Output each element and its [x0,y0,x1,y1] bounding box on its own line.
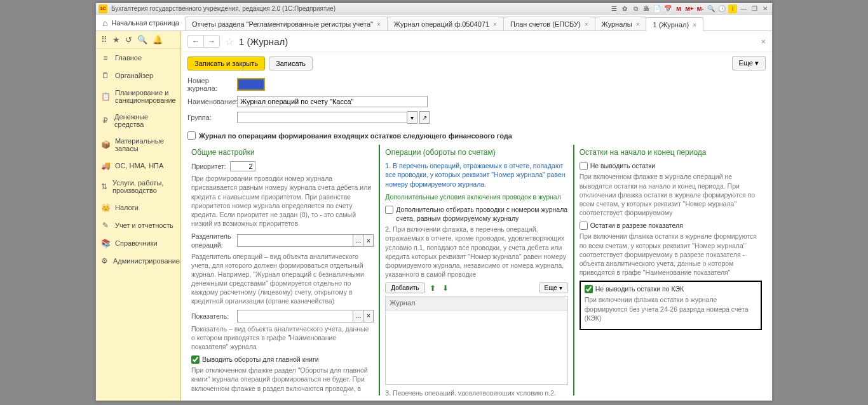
sidebar-item-9[interactable]: 📚Справочники [96,234,180,252]
side-icon: ⚙ [101,256,108,265]
minimize-icon[interactable]: — [739,4,748,13]
extra-checkbox[interactable] [385,206,393,214]
dropdown-icon[interactable]: ▾ [407,111,417,124]
more-button[interactable]: Еще ▾ [539,282,568,293]
sidebar-item-6[interactable]: ⇅Услуги, работы, производство [96,175,180,199]
side-icon: ✎ [101,221,110,230]
tab-accounts[interactable]: План счетов (ЕПСБУ)× [503,17,595,30]
group-input[interactable] [237,112,407,123]
sidebar-item-3[interactable]: ₽Денежные средства [96,109,180,133]
restore-icon[interactable]: ❐ [750,4,759,13]
clock-icon[interactable]: 🕓 [717,4,726,13]
info-icon[interactable]: i [728,4,737,13]
group-label: Группа: [187,114,237,121]
tool-icon[interactable]: ☰ [609,4,618,13]
search-icon[interactable]: 🔍 [707,4,715,13]
m-minus-icon[interactable]: M- [696,4,705,13]
clear-icon[interactable]: × [363,310,374,322]
incoming-checkbox[interactable] [187,131,196,140]
extra-label: Дополнительно отбирать проводки с номеро… [396,205,567,223]
side-icon: 📋 [101,92,110,101]
col1-title: Общие настройки [191,147,374,157]
side-label: Услуги, работы, производство [112,179,175,194]
close-icon[interactable]: × [585,21,588,28]
indicator-input[interactable] [237,310,353,322]
close-icon[interactable]: × [761,37,766,46]
side-icon: ≡ [101,53,110,62]
search-icon[interactable]: 🔍 [137,35,147,44]
journal-list[interactable]: Журнал [385,296,567,385]
sidebar-item-10[interactable]: ⚙Администрирование [96,252,180,270]
more-button[interactable]: Еще ▾ [732,56,766,70]
bell-icon[interactable]: 🔔 [153,35,163,44]
down-icon[interactable]: ⬇ [440,283,451,293]
tab-journals[interactable]: Журналы× [595,17,647,30]
by-indicator-checkbox[interactable] [580,222,588,230]
sep-label: Разделитель операций: [191,232,237,249]
back-icon[interactable]: ← [188,36,204,47]
separator-input[interactable] [237,234,353,247]
save-button[interactable]: Записать [269,56,313,70]
tab-label: 1 (Журнал) [653,21,689,29]
num-label: Номер журнала: [187,77,237,92]
side-label: Органайзер [115,72,153,79]
side-label: Денежные средства [114,113,175,128]
close-icon[interactable]: × [636,21,640,28]
journal-number-input[interactable] [237,78,265,91]
ind-label: Показатель: [191,312,237,321]
save-close-button[interactable]: Записать и закрыть [187,56,265,70]
tool-icon[interactable]: 📄 [653,4,661,13]
close-icon[interactable]: ✕ [761,4,770,13]
history-icon[interactable]: ↺ [125,35,132,44]
close-icon[interactable]: × [693,22,696,29]
print-icon[interactable]: 🖶 [642,4,651,13]
no-kek-label: Не выводить остатки по КЭК [595,284,684,293]
clear-icon[interactable]: × [363,234,374,247]
incoming-label: Журнал по операциям формирования входящи… [199,132,512,140]
open-icon[interactable]: ↗ [419,111,430,124]
m-plus-icon[interactable]: M+ [685,4,694,13]
row-incoming-chk: Журнал по операциям формирования входящи… [181,130,772,145]
side-icon: 🚚 [101,161,110,170]
no-kek-checkbox[interactable] [585,285,593,293]
favorite-icon[interactable]: ☆ [225,36,234,48]
page-title: 1 (Журнал) [239,36,288,47]
tool-icon[interactable]: ⧉ [631,4,640,13]
tool-icon[interactable]: ✿ [620,4,629,13]
add-button[interactable]: Добавить [385,282,424,293]
tab-journal-ops[interactable]: Журнал операций ф.0504071× [387,17,504,30]
col2-title: Операции (обороты по счетам) [385,147,567,157]
calendar-icon[interactable]: 📅 [663,4,672,13]
more-label: Еще [545,284,557,291]
priority-input[interactable] [230,161,255,171]
sidebar-item-4[interactable]: 📦Материальные запасы [96,133,180,157]
sidebar-item-1[interactable]: 🗒Органайзер [96,67,180,84]
sidebar-item-0[interactable]: ≡Главное [96,49,180,67]
sidebar-item-7[interactable]: 👑Налоги [96,199,180,216]
m-icon[interactable]: M [674,4,683,13]
forward-icon[interactable]: → [204,36,219,47]
close-icon[interactable]: × [377,21,381,28]
side-icon: 📦 [101,140,110,149]
close-icon[interactable]: × [493,21,497,28]
sidebar-item-8[interactable]: ✎Учет и отчетность [96,216,180,234]
ellipsis-icon[interactable]: … [353,234,363,247]
tab-reports[interactable]: Отчеты раздела "Регламентированные регис… [185,17,388,30]
no-balances-checkbox[interactable] [580,162,588,170]
side-icon: 📚 [101,239,110,248]
app-logo-icon: 1C [98,4,107,13]
star-icon[interactable]: ★ [112,35,120,44]
col-general: Общие настройки Приоритет: При формирова… [186,145,379,395]
row-group: Группа: ▾↗ [187,111,766,124]
tab-home[interactable]: ⌂Начальная страница [98,15,186,30]
list-toolbar: Добавить ⬆ ⬇ Еще ▾ [385,282,567,293]
sidebar-item-2[interactable]: 📋Планирование и санкционирование [96,84,180,109]
sidebar-item-5[interactable]: 🚚ОС, НМА, НПА [96,157,180,175]
turnover-checkbox[interactable] [191,355,200,364]
apps-icon[interactable]: ⠿ [101,35,107,44]
tab-journal-1[interactable]: 1 (Журнал)× [646,17,703,31]
name-input[interactable] [237,96,428,107]
up-icon[interactable]: ⬆ [428,283,438,293]
sep-help: Разделитель операций – вид объекта анали… [191,252,374,306]
ellipsis-icon[interactable]: … [353,310,363,322]
